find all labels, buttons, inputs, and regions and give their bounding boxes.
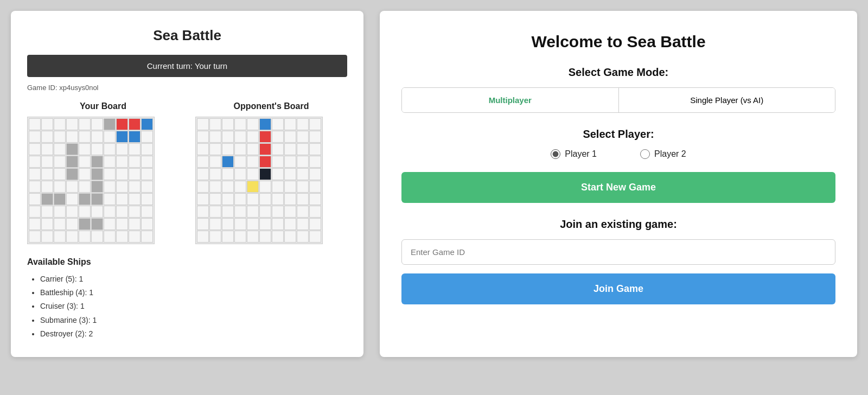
grid-cell[interactable] [272, 143, 284, 155]
grid-cell[interactable] [116, 168, 128, 180]
grid-cell[interactable] [79, 181, 91, 193]
grid-cell[interactable] [116, 118, 128, 130]
grid-cell[interactable] [259, 218, 271, 230]
grid-cell[interactable] [79, 218, 91, 230]
grid-cell[interactable] [41, 181, 53, 193]
grid-cell[interactable] [91, 206, 103, 218]
grid-cell[interactable] [197, 168, 209, 180]
grid-cell[interactable] [222, 231, 234, 243]
grid-cell[interactable] [104, 181, 116, 193]
grid-cell[interactable] [222, 118, 234, 130]
grid-cell[interactable] [247, 118, 259, 130]
grid-cell[interactable] [197, 193, 209, 205]
grid-cell[interactable] [41, 143, 53, 155]
grid-cell[interactable] [129, 168, 141, 180]
grid-cell[interactable] [129, 218, 141, 230]
grid-cell[interactable] [234, 231, 246, 243]
grid-cell[interactable] [66, 193, 78, 205]
grid-cell[interactable] [259, 156, 271, 168]
grid-cell[interactable] [29, 118, 41, 130]
grid-cell[interactable] [29, 156, 41, 168]
grid-cell[interactable] [129, 231, 141, 243]
grid-cell[interactable] [104, 206, 116, 218]
grid-cell[interactable] [284, 118, 296, 130]
grid-cell[interactable] [116, 156, 128, 168]
grid-cell[interactable] [141, 143, 153, 155]
grid-cell[interactable] [41, 218, 53, 230]
grid-cell[interactable] [247, 193, 259, 205]
grid-cell[interactable] [209, 168, 221, 180]
grid-cell[interactable] [234, 193, 246, 205]
grid-cell[interactable] [284, 206, 296, 218]
grid-cell[interactable] [247, 218, 259, 230]
grid-cell[interactable] [104, 218, 116, 230]
grid-cell[interactable] [297, 193, 309, 205]
grid-cell[interactable] [197, 118, 209, 130]
grid-cell[interactable] [284, 131, 296, 143]
grid-cell[interactable] [66, 168, 78, 180]
grid-cell[interactable] [309, 231, 321, 243]
grid-cell[interactable] [234, 168, 246, 180]
grid-cell[interactable] [309, 218, 321, 230]
grid-cell[interactable] [247, 156, 259, 168]
grid-cell[interactable] [91, 131, 103, 143]
grid-cell[interactable] [309, 206, 321, 218]
grid-cell[interactable] [297, 143, 309, 155]
grid-cell[interactable] [297, 206, 309, 218]
grid-cell[interactable] [284, 181, 296, 193]
grid-cell[interactable] [197, 206, 209, 218]
grid-cell[interactable] [141, 131, 153, 143]
player2-option[interactable]: Player 2 [640, 149, 686, 159]
grid-cell[interactable] [29, 193, 41, 205]
grid-cell[interactable] [272, 181, 284, 193]
grid-cell[interactable] [41, 131, 53, 143]
multiplayer-btn[interactable]: Multiplayer [402, 88, 619, 112]
grid-cell[interactable] [116, 193, 128, 205]
grid-cell[interactable] [91, 143, 103, 155]
grid-cell[interactable] [91, 156, 103, 168]
grid-cell[interactable] [29, 143, 41, 155]
grid-cell[interactable] [54, 193, 66, 205]
grid-cell[interactable] [284, 168, 296, 180]
grid-cell[interactable] [222, 131, 234, 143]
grid-cell[interactable] [309, 168, 321, 180]
grid-cell[interactable] [222, 156, 234, 168]
grid-cell[interactable] [272, 131, 284, 143]
grid-cell[interactable] [209, 131, 221, 143]
grid-cell[interactable] [66, 181, 78, 193]
start-new-game-button[interactable]: Start New Game [401, 172, 835, 203]
grid-cell[interactable] [309, 131, 321, 143]
grid-cell[interactable] [234, 218, 246, 230]
grid-cell[interactable] [41, 231, 53, 243]
grid-cell[interactable] [54, 231, 66, 243]
grid-cell[interactable] [297, 231, 309, 243]
grid-cell[interactable] [222, 168, 234, 180]
grid-cell[interactable] [272, 156, 284, 168]
grid-cell[interactable] [209, 231, 221, 243]
grid-cell[interactable] [222, 143, 234, 155]
grid-cell[interactable] [247, 143, 259, 155]
grid-cell[interactable] [29, 181, 41, 193]
grid-cell[interactable] [104, 118, 116, 130]
grid-cell[interactable] [247, 231, 259, 243]
grid-cell[interactable] [209, 143, 221, 155]
grid-cell[interactable] [222, 181, 234, 193]
grid-cell[interactable] [247, 168, 259, 180]
grid-cell[interactable] [209, 156, 221, 168]
grid-cell[interactable] [129, 193, 141, 205]
grid-cell[interactable] [41, 206, 53, 218]
grid-cell[interactable] [29, 131, 41, 143]
grid-cell[interactable] [104, 143, 116, 155]
grid-cell[interactable] [309, 118, 321, 130]
grid-cell[interactable] [29, 206, 41, 218]
grid-cell[interactable] [197, 218, 209, 230]
grid-cell[interactable] [247, 206, 259, 218]
grid-cell[interactable] [209, 181, 221, 193]
grid-cell[interactable] [297, 168, 309, 180]
grid-cell[interactable] [247, 131, 259, 143]
grid-cell[interactable] [104, 193, 116, 205]
grid-cell[interactable] [79, 131, 91, 143]
player2-radio[interactable] [640, 149, 650, 159]
grid-cell[interactable] [104, 231, 116, 243]
grid-cell[interactable] [209, 193, 221, 205]
